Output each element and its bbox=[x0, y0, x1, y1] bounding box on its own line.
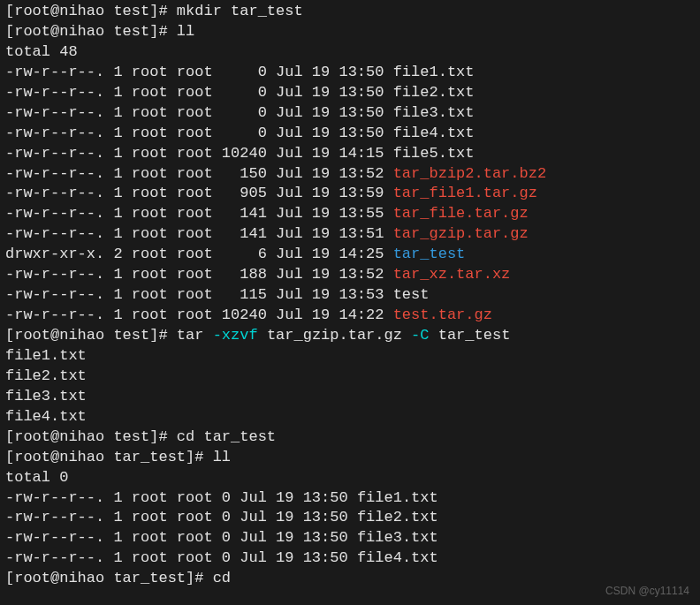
command-text: tar bbox=[177, 327, 213, 344]
command-text: mkdir tar_test bbox=[177, 3, 303, 19]
file-name: test bbox=[393, 286, 430, 303]
file-name: file5.txt bbox=[393, 145, 475, 162]
shell-prompt: [root@nihao test]# bbox=[5, 428, 177, 445]
file-name: file4.txt bbox=[393, 125, 475, 141]
file-perms: -rw-r--r--. 1 root root 0 Jul 19 13:50 bbox=[5, 509, 357, 526]
extracted-file: file1.txt bbox=[5, 346, 695, 367]
shell-prompt: [root@nihao tar_test]# bbox=[5, 449, 213, 465]
extracted-file: file4.txt bbox=[5, 407, 695, 427]
file-perms: -rw-r--r--. 1 root root 0 Jul 19 13:50 bbox=[5, 489, 357, 506]
extracted-file: file3.txt bbox=[5, 387, 695, 407]
file-perms: -rw-r--r--. 1 root root 141 Jul 19 13:55 bbox=[5, 205, 393, 222]
file-perms: -rw-r--r--. 1 root root 115 Jul 19 13:53 bbox=[5, 286, 393, 303]
tar-option: -xzvf bbox=[213, 327, 267, 344]
file-perms: -rw-r--r--. 1 root root 150 Jul 19 13:52 bbox=[5, 165, 393, 182]
file-name: file3.txt bbox=[357, 529, 438, 546]
file-name: file4.txt bbox=[357, 549, 438, 566]
file-perms: -rw-r--r--. 1 root root 0 Jul 19 13:50 bbox=[5, 64, 393, 80]
watermark-text: CSDN @cy11114 bbox=[605, 584, 689, 598]
file-row: -rw-r--r--. 1 root root 0 Jul 19 13:50 f… bbox=[5, 103, 695, 124]
file-perms: -rw-r--r--. 1 root root 0 Jul 19 13:50 bbox=[5, 104, 393, 121]
file-perms: -rw-r--r--. 1 root root 0 Jul 19 13:50 bbox=[5, 549, 357, 566]
file-name: tar_xz.tar.xz bbox=[393, 266, 511, 283]
file-perms: drwxr-xr-x. 2 root root 6 Jul 19 14:25 bbox=[5, 246, 393, 262]
file-perms: -rw-r--r--. 1 root root 10240 Jul 19 14:… bbox=[5, 145, 393, 162]
file-row: -rw-r--r--. 1 root root 0 Jul 19 13:50 f… bbox=[5, 528, 695, 548]
total-line: total 0 bbox=[5, 468, 695, 488]
file-row: -rw-r--r--. 1 root root 188 Jul 19 13:52… bbox=[5, 265, 695, 285]
file-name: file2.txt bbox=[357, 509, 438, 526]
shell-prompt: [root@nihao tar_test]# bbox=[5, 570, 213, 586]
file-row: -rw-r--r--. 1 root root 0 Jul 19 13:50 f… bbox=[5, 83, 695, 103]
file-row: -rw-r--r--. 1 root root 0 Jul 19 13:50 f… bbox=[5, 548, 695, 569]
file-perms: -rw-r--r--. 1 root root 0 Jul 19 13:50 bbox=[5, 84, 393, 101]
file-name: file1.txt bbox=[393, 64, 475, 80]
file-row: -rw-r--r--. 1 root root 141 Jul 19 13:55… bbox=[5, 204, 695, 224]
file-perms: -rw-r--r--. 1 root root 10240 Jul 19 14:… bbox=[5, 306, 393, 323]
command-text: ll bbox=[177, 23, 194, 40]
shell-prompt: [root@nihao test]# bbox=[5, 3, 177, 19]
command-text: ll bbox=[213, 449, 231, 465]
extracted-file: file2.txt bbox=[5, 367, 695, 387]
file-row: -rw-r--r--. 1 root root 0 Jul 19 13:50 f… bbox=[5, 63, 695, 83]
command-text: cd tar_test bbox=[177, 428, 276, 445]
shell-prompt: [root@nihao test]# bbox=[5, 23, 177, 40]
file-perms: -rw-r--r--. 1 root root 188 Jul 19 13:52 bbox=[5, 266, 393, 283]
file-name: file3.txt bbox=[393, 104, 475, 121]
file-row: -rw-r--r--. 1 root root 0 Jul 19 13:50 f… bbox=[5, 488, 695, 509]
file-row: drwxr-xr-x. 2 root root 6 Jul 19 14:25 t… bbox=[5, 245, 695, 265]
file-row: -rw-r--r--. 1 root root 141 Jul 19 13:51… bbox=[5, 224, 695, 245]
file-perms: -rw-r--r--. 1 root root 905 Jul 19 13:59 bbox=[5, 185, 393, 201]
file-row: -rw-r--r--. 1 root root 10240 Jul 19 14:… bbox=[5, 144, 695, 164]
file-row: -rw-r--r--. 1 root root 905 Jul 19 13:59… bbox=[5, 184, 695, 204]
file-name: tar_test bbox=[393, 246, 466, 262]
file-name: tar_gzip.tar.gz bbox=[393, 225, 529, 242]
file-name: tar_bzip2.tar.bz2 bbox=[393, 165, 546, 182]
file-row: -rw-r--r--. 1 root root 150 Jul 19 13:52… bbox=[5, 164, 695, 185]
file-name: file1.txt bbox=[357, 489, 438, 506]
tar-dest-arg: tar_test bbox=[438, 327, 511, 344]
file-name: file2.txt bbox=[393, 84, 475, 101]
prompt-line[interactable]: [root@nihao test]# mkdir tar_test bbox=[5, 2, 695, 22]
command-text: cd bbox=[213, 570, 231, 586]
total-line: total 48 bbox=[5, 42, 695, 63]
shell-prompt: [root@nihao test]# bbox=[5, 327, 177, 344]
prompt-line[interactable]: [root@nihao test]# tar -xzvf tar_gzip.ta… bbox=[5, 326, 695, 346]
file-name: test.tar.gz bbox=[393, 306, 492, 323]
file-row: -rw-r--r--. 1 root root 0 Jul 19 13:50 f… bbox=[5, 124, 695, 144]
file-row: -rw-r--r--. 1 root root 115 Jul 19 13:53… bbox=[5, 285, 695, 306]
tar-option: -C bbox=[411, 327, 438, 344]
file-row: -rw-r--r--. 1 root root 10240 Jul 19 14:… bbox=[5, 306, 695, 326]
file-perms: -rw-r--r--. 1 root root 0 Jul 19 13:50 bbox=[5, 529, 357, 546]
tar-file-arg: tar_gzip.tar.gz bbox=[267, 327, 411, 344]
file-name: tar_file.tar.gz bbox=[393, 205, 529, 222]
prompt-line[interactable]: [root@nihao tar_test]# ll bbox=[5, 448, 695, 468]
file-row: -rw-r--r--. 1 root root 0 Jul 19 13:50 f… bbox=[5, 508, 695, 528]
prompt-line[interactable]: [root@nihao tar_test]# cd bbox=[5, 569, 695, 589]
file-perms: -rw-r--r--. 1 root root 141 Jul 19 13:51 bbox=[5, 225, 393, 242]
prompt-line[interactable]: [root@nihao test]# cd tar_test bbox=[5, 427, 695, 448]
prompt-line[interactable]: [root@nihao test]# ll bbox=[5, 22, 695, 42]
file-name: tar_file1.tar.gz bbox=[393, 185, 537, 201]
file-perms: -rw-r--r--. 1 root root 0 Jul 19 13:50 bbox=[5, 125, 393, 141]
